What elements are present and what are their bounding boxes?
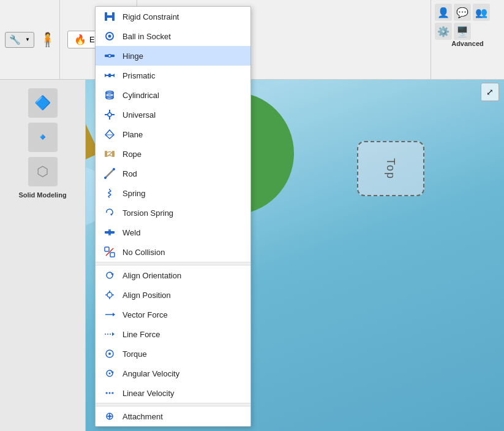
align-orientation-label: Align Orientation [122,271,181,280]
menu-item-vector-force[interactable]: Vector Force [96,305,250,324]
svg-rect-12 [108,74,111,77]
advanced-section: 👤 💬 👥 ⚙️ 🖥️ Advanced [431,0,504,79]
svg-point-47 [108,353,111,355]
align-position-label: Align Position [122,291,171,300]
ball-in-socket-icon [103,29,116,43]
menu-item-angular-velocity[interactable]: Angular Velocity [96,364,250,383]
rope-label: Rope [122,150,141,159]
svg-point-25 [113,168,115,170]
menu-item-rigid-constraint[interactable]: Rigid Constraint [96,7,250,26]
svg-marker-45 [112,332,115,336]
angular-velocity-icon [103,367,116,380]
menu-item-plane[interactable]: Plane [96,124,250,144]
svg-rect-28 [110,231,115,234]
linear-velocity-icon [103,386,116,400]
menu-item-spring[interactable]: Spring [96,183,250,203]
menu-item-attachment[interactable]: Attachment [96,406,250,426]
vector-force-label: Vector Force [122,310,168,319]
ball-in-socket-label: Ball in Socket [122,32,171,41]
sidebar: 🔷 🔹 ⬡ Solid Modeling [0,80,86,431]
sidebar-icon-3[interactable]: ⬡ [28,157,58,186]
menu-item-linear-velocity[interactable]: Linear Velocity [96,383,250,403]
torque-label: Torque [122,349,147,359]
svg-point-8 [109,55,111,57]
menu-item-universal[interactable]: Universal [96,105,250,124]
constraint-menu: Rigid Constraint Ball in Socket Hinge [95,6,251,427]
svg-rect-1 [105,12,107,21]
prismatic-icon [103,69,116,82]
svg-rect-32 [105,247,109,251]
constraint-dropdown-button[interactable]: 🔧 ▼ [5,32,34,48]
cylindrical-label: Cylindrical [122,91,159,100]
torsion-spring-label: Torsion Spring [122,208,173,218]
rod-icon [103,167,116,180]
spring-label: Spring [122,189,146,198]
weld-icon [103,226,116,239]
advanced-icon-2[interactable]: 💬 [454,4,471,21]
svg-line-23 [105,169,114,178]
angular-velocity-label: Angular Velocity [122,369,179,378]
toolbar-humanoid-icon: 🧍 [39,32,56,48]
svg-point-24 [104,177,107,179]
hinge-label: Hinge [122,51,143,61]
menu-item-cylindrical[interactable]: Cylindrical [96,85,250,105]
menu-item-ball-in-socket[interactable]: Ball in Socket [96,26,250,46]
attachment-icon [103,410,116,423]
svg-marker-43 [113,313,115,316]
advanced-icon-4[interactable]: ⚙️ [435,23,452,40]
svg-point-37 [107,292,112,297]
viewport-expand-button[interactable]: ⤢ [481,83,499,101]
svg-marker-11 [112,74,115,77]
advanced-icon-1[interactable]: 👤 [435,4,452,21]
attachment-label: Attachment [122,412,163,421]
svg-rect-22 [112,151,115,157]
svg-rect-2 [112,12,115,21]
svg-marker-26 [110,213,113,216]
menu-item-weld[interactable]: Weld [96,223,250,242]
prismatic-label: Prismatic [122,71,155,80]
effects-icon: 🔥 [74,34,86,45]
svg-point-18 [108,113,111,116]
rope-icon [103,147,116,161]
menu-item-align-orientation[interactable]: Align Orientation [96,265,250,285]
weld-label: Weld [122,228,140,237]
sidebar-icon-1[interactable]: 🔷 [28,88,58,118]
menu-item-rod[interactable]: Rod [96,164,250,183]
svg-marker-10 [105,74,107,77]
menu-item-torsion-spring[interactable]: Torsion Spring [96,203,250,223]
menu-item-no-collision[interactable]: No Collision [96,242,250,262]
line-force-icon [103,327,116,341]
align-position-icon [103,288,116,302]
vector-force-icon [103,308,116,321]
torsion-spring-icon [103,206,116,219]
dropdown-arrow: ▼ [25,37,30,42]
svg-marker-19 [105,130,114,139]
plane-icon [103,128,116,141]
rod-label: Rod [122,169,137,178]
svg-rect-27 [105,231,109,234]
menu-item-line-force[interactable]: Line Force [96,324,250,344]
align-orientation-icon [103,269,116,282]
menu-item-rope[interactable]: Rope [96,144,250,164]
cylindrical-icon [103,88,116,102]
torque-icon [103,347,116,360]
svg-point-4 [108,35,111,38]
linear-velocity-label: Linear Velocity [122,389,175,398]
plane-label: Plane [122,130,143,139]
menu-item-hinge[interactable]: Hinge [96,46,250,66]
menu-item-align-position[interactable]: Align Position [96,285,250,305]
top-label-text: Top [385,158,397,179]
sidebar-icon-2[interactable]: 🔹 [28,123,58,152]
advanced-icon-3[interactable]: 👥 [473,4,490,21]
no-collision-label: No Collision [122,248,165,257]
hinge-icon [103,49,116,63]
constraint-icon: 🔧 [9,34,21,45]
menu-item-prismatic[interactable]: Prismatic [96,66,250,85]
menu-item-torque[interactable]: Torque [96,344,250,364]
svg-rect-21 [105,151,107,157]
svg-line-34 [106,248,113,256]
expand-icon: ⤢ [486,87,494,97]
advanced-icon-5[interactable]: 🖥️ [454,23,471,40]
toolbar: 🔧 ▼ 🧍 🔥 Effects ▼ 👤 💬 👥 [0,0,504,80]
spring-icon [103,186,116,200]
